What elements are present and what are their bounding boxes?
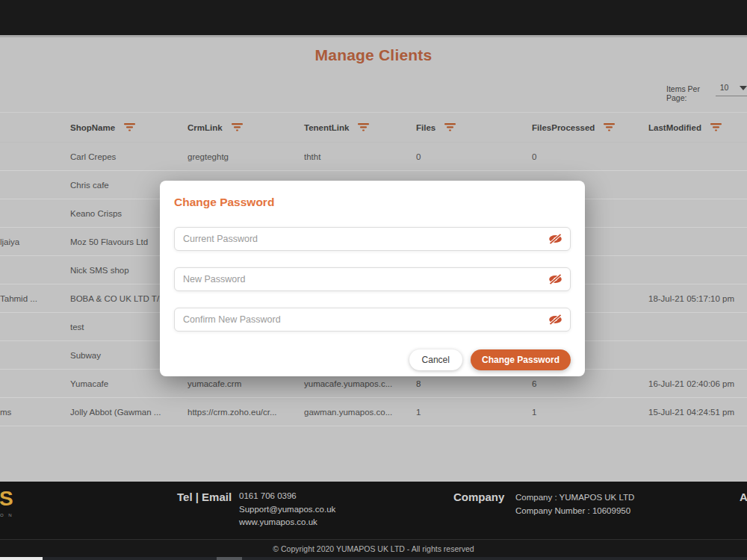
cell-name-fragment: Tahmid ... bbox=[0, 294, 70, 303]
column-label: LastModified bbox=[648, 123, 701, 132]
column-label: TenentLink bbox=[304, 123, 349, 132]
cell-shop-name: Jolly Abbot (Gawman ... bbox=[70, 408, 187, 417]
table-header-row: ShopName CrmLink TenentLink Files FilesP… bbox=[0, 112, 747, 143]
toggle-visibility-button[interactable] bbox=[547, 233, 563, 245]
cell-files: 0 bbox=[416, 152, 532, 161]
new-password-field-wrap bbox=[174, 267, 571, 291]
cell-shop-name: Yumacafe bbox=[70, 379, 187, 388]
cell-files-processed: 0 bbox=[532, 152, 648, 161]
toggle-visibility-button[interactable] bbox=[547, 314, 563, 326]
copyright-text: © Copyright 2020 YUMAPOS UK LTD - All ri… bbox=[273, 544, 474, 553]
change-password-button[interactable]: Change Password bbox=[471, 349, 571, 370]
filter-icon[interactable] bbox=[358, 123, 370, 131]
table-row[interactable]: Carl Crepes gregteghtg ththt 0 0 bbox=[0, 143, 747, 171]
change-password-modal: Change Password bbox=[160, 181, 585, 376]
cell-last-modified: 15-Jul-21 04:24:51 pm bbox=[648, 408, 747, 417]
taskbar-segment bbox=[0, 557, 43, 560]
filter-icon[interactable] bbox=[444, 123, 456, 131]
cell-tenant-link: yumacafe.yumapos.c... bbox=[304, 379, 416, 388]
column-crmlink: CrmLink bbox=[187, 123, 304, 132]
items-per-page-label: Items Per Page: bbox=[666, 83, 709, 102]
filter-icon[interactable] bbox=[710, 123, 722, 131]
top-navbar bbox=[0, 0, 747, 35]
column-filesprocessed: FilesProcessed bbox=[532, 123, 648, 132]
cell-files-processed: 6 bbox=[532, 379, 648, 388]
cell-crm-link: yumacafe.crm bbox=[187, 379, 304, 388]
cell-last-modified: 16-Jul-21 02:40:06 pm bbox=[648, 379, 747, 388]
modal-button-row: Cancel Change Password bbox=[409, 349, 571, 370]
filter-icon[interactable] bbox=[604, 123, 616, 131]
column-label: FilesProcessed bbox=[532, 123, 595, 132]
cell-files-processed: 1 bbox=[532, 408, 648, 417]
app-window: Manage Clients Items Per Page: 10 ShopNa… bbox=[0, 0, 747, 560]
cell-shop-name: Carl Crepes bbox=[70, 152, 187, 161]
taskbar-segment bbox=[217, 557, 242, 560]
column-label: ShopName bbox=[70, 123, 115, 132]
footer-phone: 0161 706 0396 bbox=[239, 490, 335, 503]
cell-name-fragment: ljaiya bbox=[0, 237, 70, 246]
items-per-page-value: 10 bbox=[716, 83, 729, 92]
confirm-new-password-input[interactable] bbox=[174, 308, 571, 332]
current-password-input[interactable] bbox=[174, 227, 571, 251]
footer: S O N Tel | Email 0161 706 0396 Support@… bbox=[0, 482, 747, 539]
eye-off-icon bbox=[548, 273, 563, 285]
items-per-page-select[interactable]: 10 bbox=[716, 83, 747, 96]
cell-last-modified: 18-Jul-21 05:17:10 pm bbox=[648, 294, 747, 303]
column-label: CrmLink bbox=[187, 123, 223, 132]
footer-logo-tagline-fragment: O N bbox=[0, 513, 13, 517]
chevron-down-icon bbox=[740, 86, 747, 90]
cancel-button[interactable]: Cancel bbox=[409, 349, 462, 370]
eye-off-icon bbox=[548, 233, 563, 245]
footer-address-heading-fragment: A bbox=[740, 491, 747, 503]
eye-off-icon bbox=[548, 314, 563, 326]
filter-icon[interactable] bbox=[124, 123, 136, 131]
cell-crm-link: https://crm.zoho.eu/cr... bbox=[187, 408, 304, 417]
footer-company-block: Company : YUMAPOS UK LTD Company Number … bbox=[515, 491, 634, 517]
page-title: Manage Clients bbox=[0, 46, 747, 64]
cell-files: 8 bbox=[416, 379, 532, 388]
footer-email: Support@yumapos.co.uk bbox=[239, 503, 335, 517]
footer-logo-fragment: S bbox=[0, 487, 13, 511]
column-files: Files bbox=[416, 123, 532, 132]
footer-company-name: Company : YUMAPOS UK LTD bbox=[515, 491, 634, 504]
column-tenentlink: TenentLink bbox=[304, 123, 416, 132]
cell-tenant-link: gawman.yumapos.co... bbox=[304, 408, 416, 417]
cell-files: 1 bbox=[416, 408, 532, 417]
footer-tel-email-heading: Tel | Email bbox=[177, 491, 232, 503]
column-lastmodified: LastModified bbox=[648, 123, 747, 132]
column-shopname: ShopName bbox=[70, 123, 187, 132]
footer-company-number: Company Number : 10609950 bbox=[515, 504, 634, 517]
topbar-divider bbox=[0, 35, 747, 37]
items-per-page: Items Per Page: 10 bbox=[666, 83, 747, 102]
current-password-field-wrap bbox=[174, 227, 571, 251]
copyright-bar: © Copyright 2020 YUMAPOS UK LTD - All ri… bbox=[0, 539, 747, 557]
column-label: Files bbox=[416, 123, 436, 132]
footer-contact-block: 0161 706 0396 Support@yumapos.co.uk www.… bbox=[239, 490, 335, 529]
cell-tenant-link: ththt bbox=[304, 152, 416, 161]
filter-icon[interactable] bbox=[232, 123, 244, 131]
new-password-input[interactable] bbox=[174, 267, 571, 291]
modal-title: Change Password bbox=[174, 196, 274, 209]
confirm-password-field-wrap bbox=[174, 308, 571, 332]
cell-crm-link: gregteghtg bbox=[187, 152, 304, 161]
table-row[interactable]: ms Jolly Abbot (Gawman ... https://crm.z… bbox=[0, 398, 747, 426]
taskbar-sliver bbox=[0, 557, 747, 560]
footer-website: www.yumapos.co.uk bbox=[239, 516, 335, 529]
toggle-visibility-button[interactable] bbox=[547, 273, 563, 285]
cell-name-fragment: ms bbox=[0, 408, 70, 417]
footer-company-heading: Company bbox=[453, 491, 504, 503]
